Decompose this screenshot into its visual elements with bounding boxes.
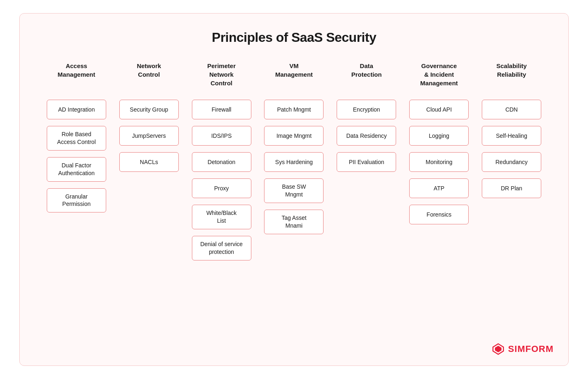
- item-box: Firewall: [192, 100, 251, 119]
- col-header-governance-incident-management: Governance & Incident Management: [403, 62, 475, 100]
- item-box: Cloud API: [409, 100, 469, 119]
- item-box: Image Mngmt: [264, 126, 324, 146]
- col-items-access-management: AD IntegrationRole Based Access ControlD…: [40, 100, 113, 260]
- col-header-access-management: Access Management: [40, 62, 113, 100]
- col-items-vm-management: Patch MngmtImage MngmtSys HardeningBase …: [258, 100, 330, 260]
- item-box: Patch Mngmt: [264, 100, 324, 119]
- item-box: Granular Permission: [47, 188, 106, 213]
- col-items-data-protection: EncryptionData ResidencyPII Evaluation: [330, 100, 403, 260]
- simform-logo-icon: [492, 342, 505, 356]
- item-box: AD Integration: [47, 100, 106, 119]
- col-items-governance-incident-management: Cloud APILoggingMonitoringATPForensics: [403, 100, 475, 260]
- item-box: CDN: [482, 100, 541, 119]
- item-box: PII Evaluation: [337, 152, 396, 172]
- item-box: Role Based Access Control: [47, 126, 106, 151]
- page-wrapper: Principles of SaaS Security Access Manag…: [19, 13, 569, 366]
- item-box: DR Plan: [482, 178, 541, 198]
- item-box: NACLs: [119, 152, 179, 172]
- item-box: Base SW Mngmt: [264, 178, 324, 203]
- col-header-network-control: Network Control: [113, 62, 185, 100]
- item-box: Self-Healing: [482, 126, 541, 146]
- page-title: Principles of SaaS Security: [40, 30, 548, 45]
- col-header-scalability-reliability: Scalability Reliability: [475, 62, 548, 100]
- item-box: ATP: [409, 178, 469, 198]
- item-box: White/Black List: [192, 205, 251, 229]
- item-box: Denial of service protection: [192, 236, 251, 260]
- item-box: JumpServers: [119, 126, 179, 146]
- logo-area: SIMFORM: [492, 342, 554, 356]
- item-box: Forensics: [409, 205, 469, 224]
- item-box: Monitoring: [409, 152, 469, 172]
- col-header-perimeter-network-control: Perimeter Network Control: [185, 62, 258, 100]
- item-box: Redundancy: [482, 152, 541, 172]
- item-box: Logging: [409, 126, 469, 146]
- item-box: Sys Hardening: [264, 152, 324, 172]
- svg-marker-1: [495, 346, 501, 352]
- logo-text: SIMFORM: [508, 344, 554, 354]
- item-box: Dual Factor Authentication: [47, 157, 106, 182]
- grid-container: Access ManagementNetwork ControlPerimete…: [40, 62, 548, 260]
- item-box: Detonation: [192, 152, 251, 172]
- item-box: IDS/IPS: [192, 126, 251, 146]
- col-header-vm-management: VM Management: [258, 62, 330, 100]
- item-box: Tag Asset Mnami: [264, 210, 324, 234]
- item-box: Encryption: [337, 100, 396, 119]
- item-box: Security Group: [119, 100, 179, 119]
- item-box: Data Residency: [337, 126, 396, 146]
- col-items-network-control: Security GroupJumpServersNACLs: [113, 100, 185, 260]
- item-box: Proxy: [192, 178, 251, 198]
- col-header-data-protection: Data Protection: [330, 62, 403, 100]
- col-items-perimeter-network-control: FirewallIDS/IPSDetonationProxyWhite/Blac…: [185, 100, 258, 260]
- col-items-scalability-reliability: CDNSelf-HealingRedundancyDR Plan: [475, 100, 548, 260]
